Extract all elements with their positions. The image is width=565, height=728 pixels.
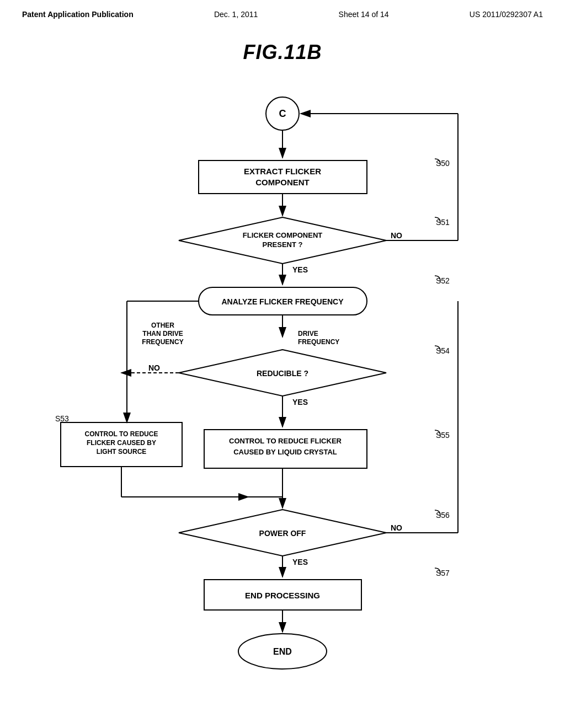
label-end-proc: END PROCESSING: [245, 591, 320, 600]
header-right: US 2011/0292307 A1: [470, 10, 543, 19]
label-S52: S52: [436, 276, 450, 285]
label-no-power: NO: [391, 523, 402, 532]
label-S51: S51: [436, 218, 450, 227]
label-other-1: OTHER: [151, 322, 174, 329]
label-ctrl-crystal-1: CONTROL TO REDUCE FLICKER: [229, 437, 342, 445]
label-yes-power: YES: [292, 558, 308, 566]
header-center: Dec. 1, 2011: [214, 10, 258, 19]
label-end: END: [273, 647, 292, 656]
label-yes-reducible: YES: [292, 398, 308, 406]
label-extract-2: COMPONENT: [255, 178, 310, 187]
label-C: C: [279, 108, 286, 119]
header-sheet: Sheet 14 of 14: [339, 10, 389, 19]
label-ctrl-light-1: CONTROL TO REDUCE: [85, 430, 158, 438]
label-no-flicker: NO: [391, 231, 402, 240]
label-other-3: FREQUENCY: [142, 338, 183, 346]
label-S57: S57: [436, 569, 450, 577]
figure-title: FIG.11B: [0, 41, 565, 64]
label-S55: S55: [436, 431, 450, 440]
flowchart-svg: C S50 EXTRACT FLICKER COMPONENT S51 FLIC…: [0, 81, 565, 687]
label-no-reducible: NO: [148, 363, 160, 372]
label-S53: S53: [55, 414, 69, 423]
label-analyze: ANALYZE FLICKER FREQUENCY: [221, 297, 344, 306]
label-ctrl-light-3: LIGHT SOURCE: [97, 448, 147, 456]
label-extract-1: EXTRACT FLICKER: [244, 167, 321, 176]
page-header: Patent Application Publication Dec. 1, 2…: [0, 0, 565, 24]
label-S54: S54: [436, 346, 450, 355]
flowchart-container: C S50 EXTRACT FLICKER COMPONENT S51 FLIC…: [0, 81, 565, 687]
label-drive-1: DRIVE: [298, 330, 318, 338]
label-ctrl-light-2: FLICKER CAUSED BY: [87, 439, 156, 447]
label-S50: S50: [436, 159, 450, 168]
node-extract: [199, 160, 367, 194]
label-flicker-2: PRESENT ?: [263, 240, 303, 249]
label-yes-flicker: YES: [292, 265, 308, 274]
label-flicker-1: FLICKER COMPONENT: [243, 231, 323, 239]
label-drive-2: FREQUENCY: [298, 338, 339, 346]
label-reducible: REDUCIBLE ?: [257, 369, 308, 378]
header-left: Patent Application Publication: [22, 10, 134, 19]
label-ctrl-crystal-2: CAUSED BY LIQUID CRYSTAL: [233, 448, 337, 456]
label-S56: S56: [436, 511, 450, 520]
label-power-off: POWER OFF: [259, 529, 306, 538]
label-other-2: THAN DRIVE: [142, 330, 183, 338]
